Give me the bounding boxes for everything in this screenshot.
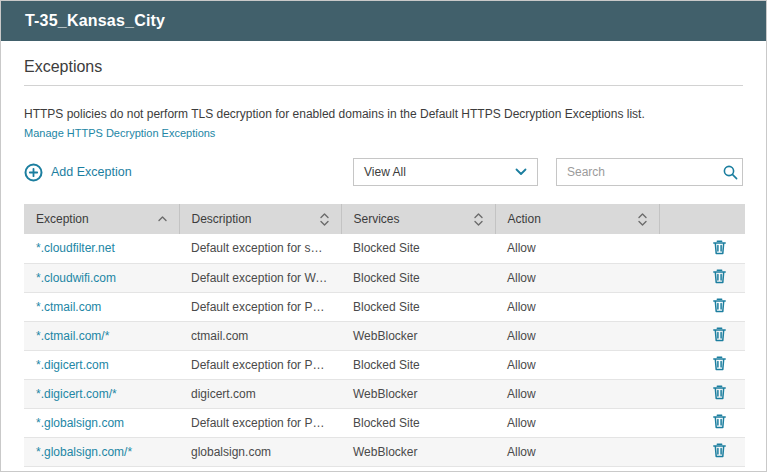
delete-button[interactable]	[712, 384, 727, 400]
plus-circle-icon	[24, 163, 43, 182]
sort-icon	[638, 213, 647, 226]
table-row: *.globalsign.comDefault exception for Pa…	[24, 408, 745, 437]
exception-link[interactable]: *.digicert.com	[36, 358, 109, 372]
sort-ascending-icon	[158, 216, 167, 222]
trash-icon	[712, 326, 727, 342]
table-row: *.digicert.comDefault exception for Pan.…	[24, 350, 745, 379]
column-header-services[interactable]: Services	[341, 204, 495, 234]
trash-icon	[712, 239, 727, 255]
add-exception-label: Add Exception	[51, 165, 132, 179]
window-titlebar: T-35_Kansas_City	[1, 1, 766, 41]
column-header-action[interactable]: Action	[495, 204, 659, 234]
action-cell: Allow	[495, 263, 659, 292]
column-label: Services	[354, 212, 400, 226]
action-cell: Allow	[495, 234, 659, 263]
description-cell: digicert.com	[179, 379, 341, 408]
description-text: HTTPS policies do not perform TLS decryp…	[24, 106, 743, 122]
search-box	[556, 158, 743, 186]
table-row: *.ctmail.com/*ctmail.comWebBlockerAllow	[24, 321, 745, 350]
sort-icon	[320, 213, 329, 226]
services-cell: WebBlocker	[341, 321, 495, 350]
services-cell: Blocked Site	[341, 234, 495, 263]
column-header-exception[interactable]: Exception	[24, 204, 179, 234]
exception-link[interactable]: *.cloudwifi.com	[36, 271, 116, 285]
column-header-actions	[659, 204, 745, 234]
table-row: *.ctmail.comDefault exception for Pan...…	[24, 292, 745, 321]
table-row: *.digicert.com/*digicert.comWebBlockerAl…	[24, 379, 745, 408]
main-content: Exceptions HTTPS policies do not perform…	[1, 58, 766, 467]
chevron-down-icon	[515, 168, 527, 176]
table-row: *.globalsign.com/*globalsign.comWebBlock…	[24, 437, 745, 466]
delete-button[interactable]	[712, 442, 727, 458]
view-filter-value: View All	[364, 165, 406, 179]
view-filter-select[interactable]: View All	[353, 158, 538, 186]
exception-link[interactable]: *.globalsign.com/*	[36, 445, 132, 459]
services-cell: Blocked Site	[341, 350, 495, 379]
trash-icon	[712, 297, 727, 313]
description-cell: Default exception for Pan...	[179, 408, 341, 437]
description-cell: globalsign.com	[179, 437, 341, 466]
search-input[interactable]	[567, 165, 722, 179]
delete-button[interactable]	[712, 326, 727, 342]
description-cell: ctmail.com	[179, 321, 341, 350]
delete-button[interactable]	[712, 355, 727, 371]
action-cell: Allow	[495, 408, 659, 437]
services-cell: Blocked Site	[341, 292, 495, 321]
description-cell: Default exception for Pan...	[179, 292, 341, 321]
services-cell: Blocked Site	[341, 263, 495, 292]
delete-button[interactable]	[712, 413, 727, 429]
exceptions-table: ExceptionDescriptionServicesAction *.clo…	[24, 204, 745, 467]
column-label: Exception	[36, 212, 89, 226]
description-cell: Default exception for Pan...	[179, 350, 341, 379]
delete-button[interactable]	[712, 239, 727, 255]
services-cell: WebBlocker	[341, 437, 495, 466]
section-divider	[24, 85, 743, 86]
description-cell: Default exception for spa...	[179, 234, 341, 263]
exception-link[interactable]: *.globalsign.com	[36, 416, 124, 430]
column-label: Description	[192, 212, 252, 226]
trash-icon	[712, 442, 727, 458]
action-cell: Allow	[495, 437, 659, 466]
action-cell: Allow	[495, 292, 659, 321]
table-row: *.cloudfilter.netDefault exception for s…	[24, 234, 745, 263]
exception-link[interactable]: *.digicert.com/*	[36, 387, 117, 401]
action-cell: Allow	[495, 321, 659, 350]
column-label: Action	[508, 212, 541, 226]
manage-exceptions-link[interactable]: Manage HTTPS Decryption Exceptions	[24, 127, 215, 139]
search-icon[interactable]	[722, 164, 739, 181]
toolbar: Add Exception View All	[24, 158, 743, 186]
table-row: *.cloudwifi.comDefault exception for Wat…	[24, 263, 745, 292]
action-cell: Allow	[495, 379, 659, 408]
services-cell: Blocked Site	[341, 408, 495, 437]
services-cell: WebBlocker	[341, 379, 495, 408]
exception-link[interactable]: *.ctmail.com	[36, 300, 101, 314]
page-title: T-35_Kansas_City	[25, 12, 165, 30]
description-cell: Default exception for Wat...	[179, 263, 341, 292]
action-cell: Allow	[495, 350, 659, 379]
table-header: ExceptionDescriptionServicesAction	[24, 204, 745, 234]
sort-icon	[474, 213, 483, 226]
exception-link[interactable]: *.cloudfilter.net	[36, 241, 115, 255]
trash-icon	[712, 384, 727, 400]
app-window: T-35_Kansas_City Exceptions HTTPS polici…	[0, 0, 767, 472]
delete-button[interactable]	[712, 297, 727, 313]
trash-icon	[712, 413, 727, 429]
section-title: Exceptions	[24, 58, 743, 76]
trash-icon	[712, 268, 727, 284]
delete-button[interactable]	[712, 268, 727, 284]
column-header-description[interactable]: Description	[179, 204, 341, 234]
trash-icon	[712, 355, 727, 371]
add-exception-button[interactable]: Add Exception	[24, 163, 132, 182]
exception-link[interactable]: *.ctmail.com/*	[36, 329, 109, 343]
